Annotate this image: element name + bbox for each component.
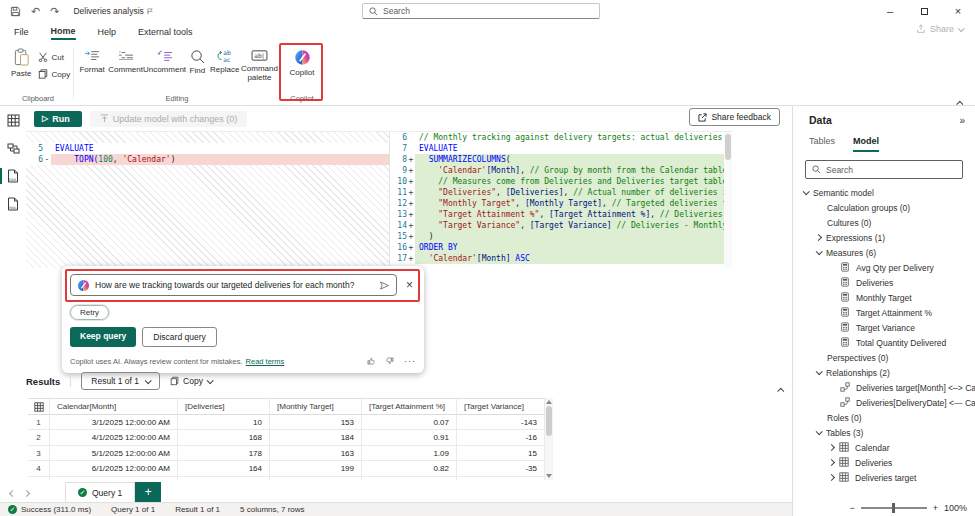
zoom-out-button[interactable]: − [849,503,854,513]
zoom-in-button[interactable]: + [933,503,938,513]
tab-model[interactable]: Model [853,136,879,152]
restore-button[interactable] [907,0,941,22]
minimize-button[interactable]: – [873,0,907,22]
chevron-right-icon[interactable] [828,459,835,466]
dax-editor[interactable]: 5EVALUATE6- TOPN(100, 'Calendar') 6// Mo… [26,131,732,268]
results-scrollbar[interactable] [545,398,553,480]
replace-button[interactable]: abac Replace [209,44,241,82]
chevron-down-icon[interactable] [816,248,823,255]
discard-query-button[interactable]: Discard query [142,327,216,347]
tree-item[interactable]: Deliveries [793,455,975,470]
tree-item[interactable]: Deliveries target[Month] <–> Calen… [793,380,975,395]
tree-item[interactable]: Target Variance [793,320,975,335]
share-feedback-button[interactable]: Share feedback [689,108,780,126]
editor-scrollbar[interactable] [724,132,732,268]
tree-item[interactable]: Expressions (1) [793,230,975,245]
undo-icon[interactable]: ↶ [31,6,40,17]
tree-item[interactable]: Semantic model [793,185,975,200]
run-button[interactable]: ▷ Run [34,111,82,127]
menu-external-tools[interactable]: External tools [138,25,193,39]
copy-results-button[interactable]: Copy [170,376,212,386]
tree-item[interactable]: Deliveries target [793,470,975,485]
query-tab[interactable]: ✓ Query 1 [65,482,135,502]
tree-item[interactable]: Deliveries[DeliveryDate] <— Calend… [793,395,975,410]
tree-item[interactable]: Cultures (0) [793,215,975,230]
result-row[interactable]: 35/1/2025 12:00:00 AM1781631.0915 [28,446,545,462]
command-palette-button[interactable]: ab| Command palette [241,44,278,82]
tree-item[interactable]: Calculation groups (0) [793,200,975,215]
menu-file[interactable]: File [14,25,29,39]
new-query-tab-button[interactable]: + [135,482,161,502]
tree-item[interactable]: Measures (6) [793,245,975,260]
copilot-button[interactable]: Copilot [282,44,322,77]
tab-scroll-left-icon[interactable] [9,490,16,497]
retry-button[interactable]: Retry [70,305,109,320]
tab-scroll-right-icon[interactable] [23,490,30,497]
find-button[interactable]: Find [186,44,209,82]
tree-item[interactable]: Relationships (2) [793,365,975,380]
result-selector-dropdown[interactable]: Result 1 of 1 [81,372,160,390]
global-search-input[interactable]: Search [362,3,600,19]
chevron-down-icon[interactable] [816,368,823,375]
tree-item[interactable]: Calendar [793,440,975,455]
chevron-right-icon[interactable] [815,234,822,241]
tab-tables[interactable]: Tables [809,136,835,152]
editor-pane-suggested[interactable]: 6// Monthly tracking against delivery ta… [390,132,724,268]
redo-icon[interactable]: ↷ [50,6,59,17]
table-icon [839,457,850,468]
column-header[interactable]: [Target Variance] [457,399,545,415]
paste-button[interactable]: Paste [6,44,36,82]
menu-home[interactable]: Home [51,24,76,40]
column-header[interactable]: [Deliveries] [178,399,270,415]
menu-help[interactable]: Help [98,25,117,39]
tree-item[interactable]: Deliveries [793,275,975,290]
copilot-prompt-input[interactable]: How are we tracking towards our targeted… [70,274,397,296]
tree-item[interactable]: Total Quantity Delivered [793,335,975,350]
result-row[interactable]: 24/1/2025 12:00:00 AM1681840.91-16 [28,430,545,446]
model-view-button[interactable] [0,134,26,162]
model-search-input[interactable]: Search [805,160,963,179]
uncomment-button[interactable]: Uncomment [143,44,186,82]
result-row[interactable]: 46/1/2025 12:00:00 AM1641990.82-35 [28,461,545,477]
send-icon[interactable] [379,280,390,291]
chevron-right-icon[interactable] [828,474,835,481]
document-title[interactable]: Deliveries analysis [73,6,153,16]
chevron-down-icon[interactable] [816,428,823,435]
thumbs-down-icon[interactable] [385,356,395,366]
keep-query-button[interactable]: Keep query [70,327,136,347]
read-terms-link[interactable]: Read terms [246,357,285,366]
comment-button[interactable]: Comment [108,44,143,82]
column-header[interactable]: [Monthly Target] [270,399,362,415]
dax-query-view-button[interactable]: DAX [0,162,26,190]
tree-item[interactable]: Tables (3) [793,425,975,440]
save-icon[interactable] [10,6,21,17]
result-row[interactable]: 13/1/2025 12:00:00 AM101530.07-143 [28,415,545,431]
status-bar: ✓ Success (311.0 ms) Query 1 of 1 Result… [0,502,792,516]
chevron-right-icon[interactable] [828,444,835,451]
copy-button[interactable]: Copy [36,68,72,80]
copilot-close-icon[interactable]: × [403,278,416,292]
editor-pane-original[interactable]: 5EVALUATE6- TOPN(100, 'Calendar') [26,132,390,268]
column-header[interactable]: [Target Attainment %] [362,399,457,415]
tmdl-view-button[interactable]: TMDL [0,190,26,218]
code-line: 16+ORDER BY [390,242,724,253]
thumbs-up-icon[interactable] [366,356,376,366]
tree-item[interactable]: Avg Qty per Delivery [793,260,975,275]
collapse-results-button[interactable] [779,379,784,397]
more-options-icon[interactable]: ··· [404,356,416,366]
close-button[interactable]: × [941,0,975,22]
format-button[interactable]: Format [76,44,108,82]
table-view-button[interactable] [0,106,26,134]
chevron-down-icon[interactable] [803,188,810,195]
update-model-button[interactable]: Update model with changes (0) [90,111,248,127]
tree-item[interactable]: Roles (0) [793,410,975,425]
zoom-slider[interactable] [861,507,927,509]
tree-item[interactable]: Target Attainment % [793,305,975,320]
collapse-panel-icon[interactable]: » [959,115,965,126]
tree-item[interactable]: Monthly Target [793,290,975,305]
cut-button[interactable]: Cut [36,51,72,63]
ribbon-collapse-button[interactable] [956,92,965,101]
share-button[interactable]: Share [916,24,963,34]
tree-item[interactable]: Perspectives (0) [793,350,975,365]
column-header[interactable]: Calendar[Month] [50,399,178,415]
